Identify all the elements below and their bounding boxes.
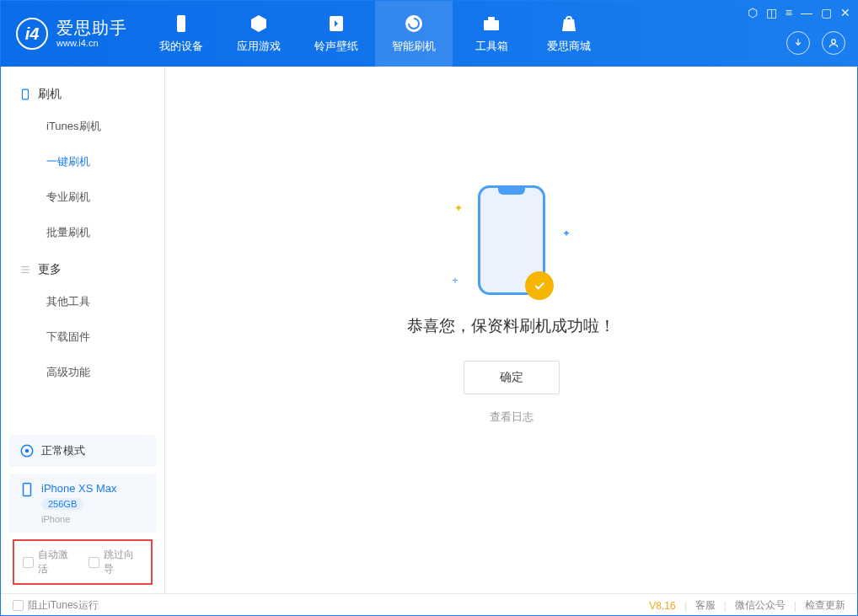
svg-rect-8 bbox=[24, 484, 31, 496]
device-type: iPhone bbox=[41, 514, 146, 524]
device-icon bbox=[19, 482, 35, 497]
checkbox-auto-activate[interactable]: 自动激活 bbox=[23, 548, 77, 576]
footer-right: V8.16 | 客服 | 微信公众号 | 检查更新 bbox=[649, 598, 845, 613]
menu-icon[interactable]: ≡ bbox=[786, 6, 792, 19]
tab-label: 智能刷机 bbox=[392, 39, 436, 54]
checkbox-icon bbox=[23, 557, 34, 568]
main-content: ✦ ✦ + 恭喜您，保资料刷机成功啦！ 确定 查看日志 bbox=[165, 67, 857, 593]
device-info: iPhone XS Max 256GB iPhone bbox=[41, 482, 146, 524]
device-icon bbox=[171, 13, 191, 34]
svg-rect-5 bbox=[23, 89, 29, 99]
sidebar-bottom: 正常模式 iPhone XS Max 256GB iPhone 自动激活 跳过向… bbox=[1, 426, 164, 593]
status-bar: 阻止iTunes运行 V8.16 | 客服 | 微信公众号 | 检查更新 bbox=[1, 593, 857, 616]
success-message: 恭喜您，保资料刷机成功啦！ bbox=[407, 315, 615, 337]
separator: | bbox=[684, 600, 687, 612]
device-name: iPhone XS Max bbox=[41, 482, 146, 495]
tab-label: 我的设备 bbox=[159, 39, 203, 54]
shirt-icon[interactable]: ⬡ bbox=[748, 6, 758, 19]
sparkle-icon: ✦ bbox=[454, 202, 463, 214]
tab-label: 应用游戏 bbox=[237, 39, 281, 54]
logo-area: i4 爱思助手 www.i4.cn bbox=[1, 1, 142, 67]
window-controls: ⬡ ◫ ≡ — ▢ ✕ bbox=[748, 6, 850, 19]
sidebar-item-pro-flash[interactable]: 专业刷机 bbox=[1, 179, 164, 215]
checkbox-block-itunes[interactable]: 阻止iTunes运行 bbox=[13, 598, 99, 613]
tab-toolbox[interactable]: 工具箱 bbox=[453, 1, 530, 67]
tab-label: 工具箱 bbox=[475, 39, 508, 54]
lock-icon[interactable]: ◫ bbox=[766, 6, 777, 19]
svg-point-4 bbox=[832, 40, 836, 44]
body: 刷机 iTunes刷机 一键刷机 专业刷机 批量刷机 更多 其他工具 下载固件 … bbox=[1, 67, 857, 593]
tab-my-device[interactable]: 我的设备 bbox=[142, 1, 220, 67]
close-button[interactable]: ✕ bbox=[840, 6, 850, 19]
tab-smart-flash[interactable]: 智能刷机 bbox=[375, 1, 453, 67]
sidebar-item-batch-flash[interactable]: 批量刷机 bbox=[1, 215, 164, 250]
checkbox-label: 跳过向导 bbox=[104, 548, 142, 576]
mode-label: 正常模式 bbox=[41, 443, 85, 458]
device-card[interactable]: iPhone XS Max 256GB iPhone bbox=[9, 474, 156, 533]
tab-label: 铃声壁纸 bbox=[314, 39, 358, 54]
checkbox-skip-guide[interactable]: 跳过向导 bbox=[88, 548, 142, 576]
app-header: i4 爱思助手 www.i4.cn 我的设备 应用游戏 铃声壁纸 智能刷机 工具… bbox=[1, 1, 857, 67]
sparkle-icon: + bbox=[453, 275, 458, 287]
separator: | bbox=[794, 600, 796, 612]
main-tabs: 我的设备 应用游戏 铃声壁纸 智能刷机 工具箱 爱思商城 bbox=[142, 1, 608, 67]
ok-button[interactable]: 确定 bbox=[464, 361, 560, 394]
sidebar-group-more: 更多 bbox=[1, 250, 164, 284]
tab-apps-games[interactable]: 应用游戏 bbox=[220, 1, 298, 67]
music-icon bbox=[326, 13, 346, 34]
refresh-icon bbox=[404, 13, 424, 34]
checkbox-icon bbox=[13, 600, 24, 611]
minimize-button[interactable]: — bbox=[801, 6, 812, 19]
sidebar-item-other-tools[interactable]: 其他工具 bbox=[1, 284, 164, 319]
footer-link-support[interactable]: 客服 bbox=[695, 598, 716, 613]
sidebar-item-advanced[interactable]: 高级功能 bbox=[1, 355, 164, 390]
version-label: V8.16 bbox=[649, 600, 675, 612]
sidebar-scroll: 刷机 iTunes刷机 一键刷机 专业刷机 批量刷机 更多 其他工具 下载固件 … bbox=[1, 67, 164, 426]
user-button[interactable] bbox=[822, 31, 845, 55]
logo-text: 爱思助手 www.i4.cn bbox=[56, 18, 127, 49]
maximize-button[interactable]: ▢ bbox=[821, 6, 832, 19]
svg-rect-0 bbox=[177, 15, 185, 32]
sidebar: 刷机 iTunes刷机 一键刷机 专业刷机 批量刷机 更多 其他工具 下载固件 … bbox=[1, 67, 165, 593]
sidebar-item-oneclick-flash[interactable]: 一键刷机 bbox=[1, 144, 164, 179]
flash-options-highlight: 自动激活 跳过向导 bbox=[13, 539, 153, 585]
group-label: 更多 bbox=[38, 262, 62, 277]
footer-link-wechat[interactable]: 微信公众号 bbox=[735, 598, 786, 613]
download-button[interactable] bbox=[786, 31, 810, 55]
bag-icon bbox=[559, 13, 579, 34]
mode-card[interactable]: 正常模式 bbox=[9, 435, 156, 467]
svg-rect-2 bbox=[484, 20, 499, 30]
app-title: 爱思助手 bbox=[56, 18, 127, 38]
success-illustration: ✦ ✦ + bbox=[478, 185, 545, 295]
sidebar-item-download-firmware[interactable]: 下载固件 bbox=[1, 319, 164, 355]
svg-point-7 bbox=[25, 449, 29, 453]
checkbox-label: 阻止iTunes运行 bbox=[28, 598, 99, 613]
checkbox-label: 自动激活 bbox=[38, 548, 77, 576]
sparkle-icon: ✦ bbox=[562, 228, 571, 239]
sidebar-group-flash: 刷机 bbox=[1, 75, 164, 109]
checkbox-icon bbox=[88, 557, 99, 568]
phone-icon bbox=[19, 88, 31, 100]
toolbox-icon bbox=[481, 13, 501, 34]
mode-icon bbox=[19, 443, 35, 458]
svg-rect-3 bbox=[488, 17, 495, 20]
header-actions bbox=[786, 31, 845, 55]
group-label: 刷机 bbox=[38, 87, 62, 102]
phone-notch bbox=[498, 188, 525, 195]
sidebar-item-itunes-flash[interactable]: iTunes刷机 bbox=[1, 109, 164, 144]
app-subtitle: www.i4.cn bbox=[56, 38, 127, 49]
tab-ringtones[interactable]: 铃声壁纸 bbox=[298, 1, 375, 67]
view-log-link[interactable]: 查看日志 bbox=[490, 410, 534, 425]
separator: | bbox=[724, 600, 727, 612]
app-logo-icon: i4 bbox=[16, 18, 48, 50]
tab-label: 爱思商城 bbox=[547, 39, 591, 54]
check-badge-icon bbox=[525, 271, 554, 300]
device-capacity: 256GB bbox=[41, 498, 83, 510]
tab-store[interactable]: 爱思商城 bbox=[530, 1, 608, 67]
list-icon bbox=[19, 264, 31, 276]
footer-link-update[interactable]: 检查更新 bbox=[805, 598, 845, 613]
cube-icon bbox=[249, 13, 269, 34]
